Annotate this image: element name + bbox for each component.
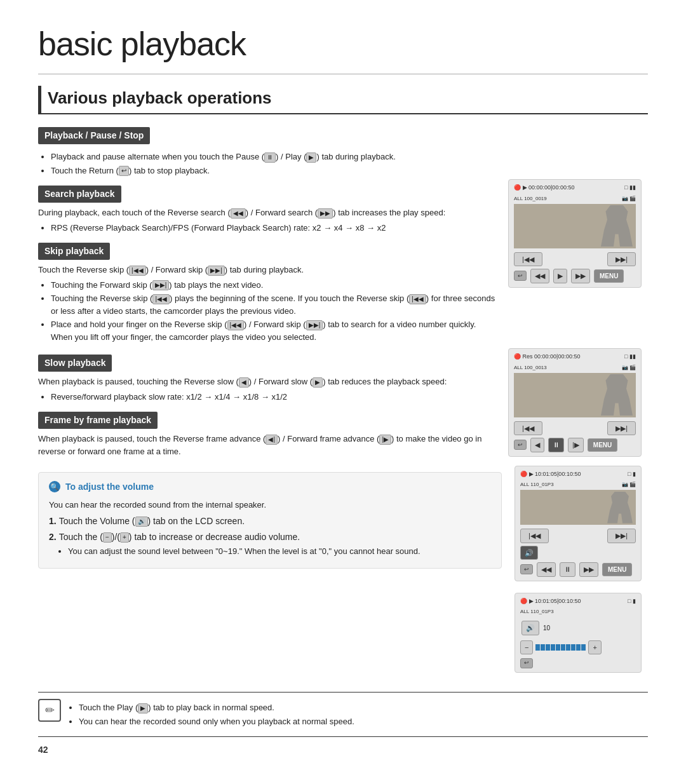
cam2-status-right: □ ▮▮ [624, 353, 636, 362]
cam3-back-btn[interactable]: ↩ [520, 564, 533, 574]
fwd-slow-icon: ▶ [313, 377, 323, 388]
cam-status-icons: 📷 🎬 [622, 195, 636, 203]
cam3-ctrl-row-3: ↩ ◀◀ ⏸ ▶▶ MENU [520, 562, 636, 577]
cam4-status-left: 🔴 ▶ 10:01:05|00:10:50 [520, 597, 581, 606]
slow-frame-block: Slow playback When playback is paused, t… [38, 348, 648, 463]
slow-playback-header: Slow playback [38, 355, 112, 372]
search-cam-image: 🔴 ▶ 00:00:00|00:00:50 □ ▮▮ ALL 100_0019 … [508, 179, 648, 346]
cam2-fwd-skip-btn[interactable]: ▶▶| [607, 421, 636, 436]
search-playback-header: Search playback [38, 186, 121, 203]
cam3-ctrl-row-2: 🔊 [520, 546, 636, 560]
list-item: Touching the Forward skip (▶▶|) tab play… [51, 279, 495, 292]
cam2-rev-skip-btn[interactable]: |◀◀ [514, 421, 542, 436]
cam-rev-skip-btn[interactable]: |◀◀ [514, 252, 542, 267]
fwd-skip-icon: ▶▶| [208, 266, 225, 276]
cam2-back-btn[interactable]: ↩ [514, 440, 527, 450]
slow-frame-text: Slow playback When playback is paused, t… [38, 348, 495, 463]
cam3-status-channel: ALL 110_01P3 [520, 481, 554, 489]
cam2-ctrl-row-2: ↩ ◀ ⏸ |▶ MENU [514, 438, 636, 452]
cam2-video-area [514, 373, 636, 417]
list-item: Place and hold your finger on the Revers… [51, 318, 495, 343]
cam4-vol-icon: 🔊 [521, 621, 539, 635]
bottom-note: ✏ Touch the Play (▶) tab to play back in… [38, 692, 648, 737]
fwd-search-icon: ▶▶ [318, 208, 333, 219]
note-list: Touch the Play (▶) tab to play back in n… [69, 701, 354, 727]
vol-bar-seg [571, 644, 575, 651]
volume-steps: 1.Touch the Volume (🔊) tab on the LCD sc… [49, 515, 491, 558]
cam2-fwd-btn[interactable]: |▶ [568, 438, 584, 452]
volume-bar-row: − + [520, 640, 636, 655]
list-item: Reverse/forward playback slow rate: x1/2… [51, 391, 495, 403]
cam3-fwd-skip-btn[interactable]: ▶▶| [607, 529, 636, 543]
cam3-rev-btn[interactable]: ◀◀ [537, 562, 556, 577]
vol-bar-seg [576, 644, 581, 651]
cam-fwd-btn[interactable]: ▶▶ [571, 269, 590, 283]
cam4-minus-btn[interactable]: − [520, 640, 533, 655]
pause-icon: ⏸ [264, 152, 276, 163]
list-item: RPS (Reverse Playback Search)/FPS (Forwa… [51, 222, 495, 234]
note-text: Touch the Play (▶) tab to play back in n… [69, 699, 354, 730]
vol-bar-seg [541, 644, 545, 651]
fwd-frame-icon: |▶ [379, 435, 391, 445]
vol-bar-seg [561, 644, 565, 651]
page-container: basic playback Various playback operatio… [0, 0, 686, 776]
slow-cam-image: 🔴 Res 00:00:00|00:00:50 □ ▮▮ ALL 100_001… [508, 348, 648, 463]
playback-pause-stop-list: Playback and pause alternate when you to… [38, 151, 648, 177]
cam2-menu-btn[interactable]: MENU [588, 438, 617, 452]
cam-silhouette [601, 205, 633, 247]
cam2-controls: |◀◀ ▶▶| ↩ ◀ ⏸ |▶ MENU [514, 421, 636, 452]
cam3-status-right: □ ▮ [628, 470, 636, 479]
cam3-status-left: 🔴 ▶ 10:01:05|00:10:50 [520, 470, 581, 479]
cam2-ctrl-row-1: |◀◀ ▶▶| [514, 421, 636, 436]
cam-controls: |◀◀ ▶▶| ↩ ◀◀ ▶ ▶▶ MENU [514, 252, 636, 283]
page-number: 42 [38, 743, 648, 757]
cam-back-btn[interactable]: ↩ [514, 271, 527, 281]
volume-header: 🔍 To adjust the volume [49, 480, 491, 494]
vol-bar-seg [535, 644, 540, 651]
rev-skip-icon: |◀◀ [129, 266, 146, 276]
cam3-menu-btn[interactable]: MENU [602, 563, 632, 576]
cam3-vol-btn[interactable]: 🔊 [520, 546, 538, 560]
volume-step-2: 2.Touch the (−)/(+) tab to increase or d… [49, 531, 491, 558]
rev-frame-icon: ◀| [266, 435, 278, 445]
search-playback-block: Search playback During playback, each to… [38, 179, 648, 346]
slow-playback-list: Reverse/forward playback slow rate: x1/2… [38, 391, 495, 403]
cam3-pause-btn[interactable]: ⏸ [560, 562, 575, 577]
rev-search-icon: ◀◀ [231, 208, 246, 219]
cam2-silhouette [601, 374, 633, 416]
fwd-skip-icon3: ▶▶| [306, 320, 323, 330]
cam-fwd-skip-btn[interactable]: ▶▶| [607, 252, 636, 267]
cam2-pause-btn[interactable]: ⏸ [548, 438, 564, 452]
list-item: You can hear the recorded sound only whe… [79, 715, 354, 728]
cam-video-area [514, 204, 636, 248]
vol-level: 10 [543, 623, 550, 633]
cam-rev-btn[interactable]: ◀◀ [530, 269, 549, 283]
cam2-rev-btn[interactable]: ◀ [530, 438, 544, 452]
cam3-video-area [520, 490, 636, 525]
cam-status-right: □ ▮▮ [624, 184, 636, 193]
vol-bar-seg [556, 644, 560, 651]
rev-skip-icon3: |◀◀ [409, 294, 426, 304]
cam-ui-2: 🔴 Res 00:00:00|00:00:50 □ ▮▮ ALL 100_001… [508, 348, 642, 457]
cam-ctrl-row-2: ↩ ◀◀ ▶ ▶▶ MENU [514, 269, 636, 283]
volume-section: 🔍 To adjust the volume You can hear the … [38, 472, 502, 569]
cam-status-left: 🔴 ▶ 00:00:00|00:00:50 [514, 184, 574, 193]
volume-intro: You can hear the recorded sound from the… [49, 499, 491, 511]
cam-status-channel: ALL 100_0019 [514, 195, 547, 203]
volume-search-icon: 🔍 [49, 481, 60, 492]
cam4-status-channel: ALL 110_01P3 [520, 608, 554, 616]
vol-bar [535, 644, 586, 651]
rev-slow-icon: ◀ [239, 377, 249, 388]
cam3-rev-skip-btn[interactable]: |◀◀ [520, 529, 549, 543]
cam4-plus-btn[interactable]: + [588, 640, 601, 655]
cam-play-btn[interactable]: ▶ [553, 269, 567, 283]
cam4-back-btn[interactable]: ↩ [520, 658, 533, 668]
frame-by-frame-text: When playback is paused, touch the Rever… [38, 433, 495, 457]
cam4-status-right: □ ▮ [628, 597, 636, 606]
cam3-fwd-btn[interactable]: ▶▶ [579, 562, 598, 577]
play-note-icon: ▶ [138, 703, 148, 713]
volume-step-1: 1.Touch the Volume (🔊) tab on the LCD sc… [49, 515, 491, 528]
volume-sub-list: You can adjust the sound level between "… [49, 545, 491, 558]
cam-menu-btn[interactable]: MENU [594, 269, 624, 283]
fwd-skip-icon2: ▶▶| [152, 280, 170, 290]
